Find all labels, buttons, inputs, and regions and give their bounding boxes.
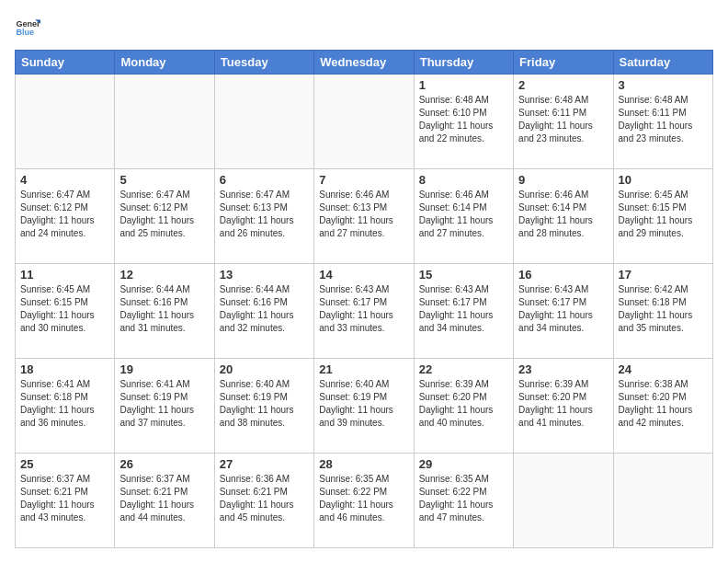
day-info: Sunrise: 6:38 AM Sunset: 6:20 PM Dayligh… <box>619 378 708 430</box>
logo-icon: General Blue <box>15 15 40 40</box>
day-number: 5 <box>119 173 209 187</box>
day-number: 1 <box>419 78 508 92</box>
col-header-sunday: Sunday <box>16 51 115 75</box>
day-number: 6 <box>220 173 309 187</box>
week-row-2: 4Sunrise: 6:47 AM Sunset: 6:12 PM Daylig… <box>16 169 713 264</box>
calendar-cell: 13Sunrise: 6:44 AM Sunset: 6:16 PM Dayli… <box>214 264 313 359</box>
day-number: 11 <box>20 268 109 282</box>
day-info: Sunrise: 6:44 AM Sunset: 6:16 PM Dayligh… <box>119 283 209 335</box>
day-number: 29 <box>419 457 508 471</box>
logo: General Blue <box>15 15 44 40</box>
day-info: Sunrise: 6:45 AM Sunset: 6:15 PM Dayligh… <box>619 189 708 240</box>
day-number: 15 <box>419 268 508 282</box>
week-row-3: 11Sunrise: 6:45 AM Sunset: 6:15 PM Dayli… <box>16 264 713 359</box>
calendar-cell: 18Sunrise: 6:41 AM Sunset: 6:18 PM Dayli… <box>16 359 115 454</box>
calendar-cell <box>613 454 712 548</box>
col-header-tuesday: Tuesday <box>214 51 313 75</box>
calendar-cell: 6Sunrise: 6:47 AM Sunset: 6:13 PM Daylig… <box>214 169 313 264</box>
day-info: Sunrise: 6:40 AM Sunset: 6:19 PM Dayligh… <box>220 378 309 430</box>
day-number: 26 <box>119 457 209 471</box>
calendar-cell: 11Sunrise: 6:45 AM Sunset: 6:15 PM Dayli… <box>16 264 115 359</box>
calendar-cell: 7Sunrise: 6:46 AM Sunset: 6:13 PM Daylig… <box>314 169 414 264</box>
calendar-cell: 17Sunrise: 6:42 AM Sunset: 6:18 PM Dayli… <box>613 264 712 359</box>
calendar-cell: 9Sunrise: 6:46 AM Sunset: 6:14 PM Daylig… <box>514 169 613 264</box>
calendar-cell: 26Sunrise: 6:37 AM Sunset: 6:21 PM Dayli… <box>115 454 214 548</box>
day-number: 13 <box>220 268 309 282</box>
day-number: 22 <box>419 362 508 376</box>
calendar-cell: 10Sunrise: 6:45 AM Sunset: 6:15 PM Dayli… <box>613 169 712 264</box>
day-number: 12 <box>119 268 209 282</box>
calendar-cell: 29Sunrise: 6:35 AM Sunset: 6:22 PM Dayli… <box>414 454 513 548</box>
day-info: Sunrise: 6:35 AM Sunset: 6:22 PM Dayligh… <box>419 473 508 524</box>
calendar-cell: 22Sunrise: 6:39 AM Sunset: 6:20 PM Dayli… <box>414 359 513 454</box>
day-number: 16 <box>518 268 608 282</box>
calendar-cell <box>115 75 214 169</box>
day-number: 21 <box>319 362 408 376</box>
day-info: Sunrise: 6:48 AM Sunset: 6:10 PM Dayligh… <box>419 94 508 145</box>
col-header-thursday: Thursday <box>414 51 513 75</box>
calendar-cell: 20Sunrise: 6:40 AM Sunset: 6:19 PM Dayli… <box>214 359 313 454</box>
calendar-cell: 1Sunrise: 6:48 AM Sunset: 6:10 PM Daylig… <box>414 75 513 169</box>
day-number: 9 <box>518 173 608 187</box>
day-number: 20 <box>220 362 309 376</box>
calendar-cell: 23Sunrise: 6:39 AM Sunset: 6:20 PM Dayli… <box>514 359 613 454</box>
day-number: 23 <box>518 362 608 376</box>
week-row-4: 18Sunrise: 6:41 AM Sunset: 6:18 PM Dayli… <box>16 359 713 454</box>
calendar-cell: 24Sunrise: 6:38 AM Sunset: 6:20 PM Dayli… <box>613 359 712 454</box>
day-info: Sunrise: 6:46 AM Sunset: 6:14 PM Dayligh… <box>518 189 608 240</box>
calendar-cell: 21Sunrise: 6:40 AM Sunset: 6:19 PM Dayli… <box>314 359 414 454</box>
day-number: 27 <box>220 457 309 471</box>
day-number: 24 <box>619 362 708 376</box>
day-info: Sunrise: 6:46 AM Sunset: 6:13 PM Dayligh… <box>319 189 408 240</box>
calendar-cell: 16Sunrise: 6:43 AM Sunset: 6:17 PM Dayli… <box>514 264 613 359</box>
day-number: 14 <box>319 268 408 282</box>
calendar-cell: 2Sunrise: 6:48 AM Sunset: 6:11 PM Daylig… <box>514 75 613 169</box>
day-info: Sunrise: 6:36 AM Sunset: 6:21 PM Dayligh… <box>220 473 309 524</box>
calendar-cell: 19Sunrise: 6:41 AM Sunset: 6:19 PM Dayli… <box>115 359 214 454</box>
day-info: Sunrise: 6:39 AM Sunset: 6:20 PM Dayligh… <box>419 378 508 430</box>
col-header-friday: Friday <box>514 51 613 75</box>
day-info: Sunrise: 6:41 AM Sunset: 6:18 PM Dayligh… <box>20 378 109 430</box>
day-info: Sunrise: 6:37 AM Sunset: 6:21 PM Dayligh… <box>20 473 109 524</box>
day-info: Sunrise: 6:40 AM Sunset: 6:19 PM Dayligh… <box>319 378 408 430</box>
day-info: Sunrise: 6:48 AM Sunset: 6:11 PM Dayligh… <box>518 94 608 145</box>
day-info: Sunrise: 6:43 AM Sunset: 6:17 PM Dayligh… <box>518 283 608 335</box>
day-info: Sunrise: 6:45 AM Sunset: 6:15 PM Dayligh… <box>20 283 109 335</box>
day-info: Sunrise: 6:44 AM Sunset: 6:16 PM Dayligh… <box>220 283 309 335</box>
day-info: Sunrise: 6:42 AM Sunset: 6:18 PM Dayligh… <box>619 283 708 335</box>
calendar-cell: 4Sunrise: 6:47 AM Sunset: 6:12 PM Daylig… <box>16 169 115 264</box>
day-number: 3 <box>619 78 708 92</box>
day-number: 28 <box>319 457 408 471</box>
day-number: 18 <box>20 362 109 376</box>
day-number: 2 <box>518 78 608 92</box>
col-header-monday: Monday <box>115 51 214 75</box>
day-info: Sunrise: 6:46 AM Sunset: 6:14 PM Dayligh… <box>419 189 508 240</box>
calendar-cell: 12Sunrise: 6:44 AM Sunset: 6:16 PM Dayli… <box>115 264 214 359</box>
day-info: Sunrise: 6:39 AM Sunset: 6:20 PM Dayligh… <box>518 378 608 430</box>
day-info: Sunrise: 6:47 AM Sunset: 6:13 PM Dayligh… <box>220 189 309 240</box>
day-number: 10 <box>619 173 708 187</box>
calendar-cell: 15Sunrise: 6:43 AM Sunset: 6:17 PM Dayli… <box>414 264 513 359</box>
day-number: 7 <box>319 173 408 187</box>
col-header-saturday: Saturday <box>613 51 712 75</box>
day-info: Sunrise: 6:41 AM Sunset: 6:19 PM Dayligh… <box>119 378 209 430</box>
calendar-cell <box>214 75 313 169</box>
day-number: 19 <box>119 362 209 376</box>
calendar-cell <box>514 454 613 548</box>
day-number: 25 <box>20 457 109 471</box>
day-number: 4 <box>20 173 109 187</box>
calendar-cell: 8Sunrise: 6:46 AM Sunset: 6:14 PM Daylig… <box>414 169 513 264</box>
calendar-cell: 14Sunrise: 6:43 AM Sunset: 6:17 PM Dayli… <box>314 264 414 359</box>
page: General Blue SundayMondayTuesdayWednesda… <box>0 0 728 563</box>
day-info: Sunrise: 6:47 AM Sunset: 6:12 PM Dayligh… <box>20 189 109 240</box>
header: General Blue <box>15 15 713 40</box>
svg-text:Blue: Blue <box>16 28 34 37</box>
day-number: 17 <box>619 268 708 282</box>
week-row-5: 25Sunrise: 6:37 AM Sunset: 6:21 PM Dayli… <box>16 454 713 548</box>
day-info: Sunrise: 6:48 AM Sunset: 6:11 PM Dayligh… <box>619 94 708 145</box>
calendar-cell: 5Sunrise: 6:47 AM Sunset: 6:12 PM Daylig… <box>115 169 214 264</box>
week-row-1: 1Sunrise: 6:48 AM Sunset: 6:10 PM Daylig… <box>16 75 713 169</box>
day-number: 8 <box>419 173 508 187</box>
calendar-cell: 25Sunrise: 6:37 AM Sunset: 6:21 PM Dayli… <box>16 454 115 548</box>
calendar-cell: 28Sunrise: 6:35 AM Sunset: 6:22 PM Dayli… <box>314 454 414 548</box>
